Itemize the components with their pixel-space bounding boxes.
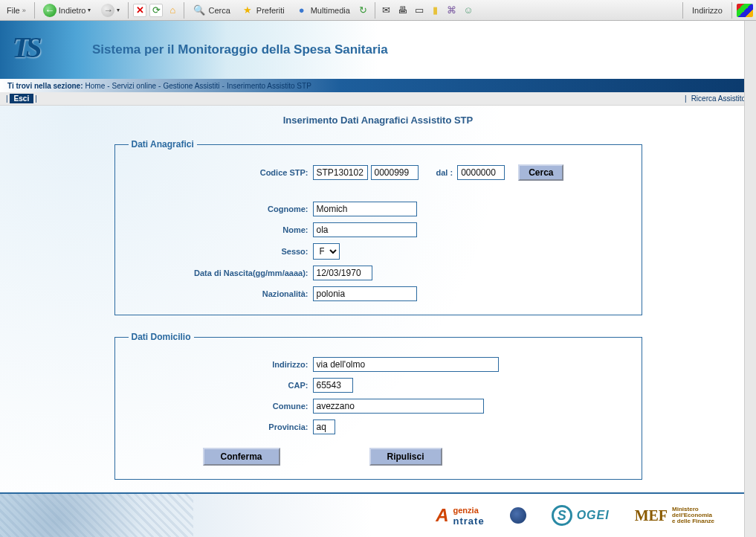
main-content: Inserimento Dati Anagrafici Assistito ST…	[0, 106, 756, 492]
ripulisci-button[interactable]: Ripulisci	[369, 448, 442, 466]
search-button[interactable]: 🔍 Cerca	[189, 1, 233, 19]
ts-logo: TS	[6, 27, 71, 73]
search-icon: 🔍	[193, 4, 206, 17]
breadcrumb-item[interactable]: Home	[83, 82, 108, 90]
ae-line2: ntrate	[453, 515, 485, 527]
legend-anagrafici: Dati Anagrafici	[129, 139, 197, 149]
chevron-right-icon: »	[22, 7, 26, 14]
mef-sub3: e delle Finanze	[672, 518, 714, 524]
toolbar-separator	[34, 2, 35, 19]
mef-text: MEF	[635, 507, 668, 524]
input-nome[interactable]	[313, 222, 417, 237]
breadcrumb-prefix: Ti trovi nella sezione:	[7, 82, 83, 90]
cerca-button[interactable]: Cerca	[518, 164, 563, 181]
home-icon[interactable]: ⌂	[166, 4, 179, 17]
ae-icon: A	[436, 505, 448, 526]
toolbar-separator	[375, 2, 375, 19]
input-comune[interactable]	[313, 399, 484, 414]
toolbar-separator	[682, 2, 683, 19]
messenger-icon[interactable]: ☺	[462, 4, 475, 17]
refresh-icon[interactable]: ⟳	[149, 4, 163, 17]
sogei-logo: S OGEI	[552, 505, 610, 526]
sogei-text: OGEI	[577, 509, 610, 522]
label-nazionalita: Nazionalità:	[129, 289, 313, 298]
sogei-icon: S	[552, 505, 572, 526]
label-provincia: Provincia:	[129, 422, 313, 431]
label-cap: CAP:	[129, 381, 313, 390]
label-dal: dal :	[436, 168, 453, 177]
conferma-button[interactable]: Conferma	[203, 448, 280, 466]
sub-bar: | Esci | | Ricerca Assistito	[0, 92, 756, 106]
label-cognome: Cognome:	[129, 205, 313, 213]
windows-flag-icon[interactable]	[737, 4, 753, 17]
agenzia-entrate-logo: A genzia ntrate	[436, 505, 484, 527]
forward-button[interactable]: → ▾	[97, 1, 123, 19]
breadcrumb: Ti trovi nella sezione: Home - Servizi o…	[0, 79, 756, 92]
ricerca-assistito-link[interactable]: Ricerca Assistito	[687, 94, 750, 103]
edit-icon[interactable]: ▭	[413, 4, 426, 17]
app-title: Sistema per il Monitoraggio della Spesa …	[92, 42, 388, 57]
star-icon: ★	[241, 4, 254, 17]
breadcrumb-item[interactable]: Gestione Assistiti	[161, 82, 222, 90]
back-button[interactable]: ← Indietro ▾	[39, 1, 95, 19]
back-label: Indietro	[59, 6, 86, 15]
footer: A genzia ntrate S OGEI MEF Ministero del…	[0, 492, 744, 537]
label-codice-stp: Codice STP:	[129, 168, 313, 177]
logout-button[interactable]: Esci	[10, 94, 34, 103]
toolbar-separator	[184, 2, 184, 19]
ts-logo-glyph: TS	[12, 30, 65, 70]
address-label: Indirizzo	[688, 4, 727, 16]
toolbar-separator	[731, 2, 732, 19]
input-nazionalita[interactable]	[313, 286, 417, 301]
mail-icon[interactable]: ✉	[380, 4, 393, 17]
footer-decoration	[0, 494, 193, 537]
arrow-right-icon: →	[101, 4, 114, 17]
stop-icon[interactable]: ✕	[133, 4, 146, 17]
browser-toolbar: File » ← Indietro ▾ → ▾ ✕ ⟳ ⌂ 🔍 Cerca ★ …	[0, 0, 756, 21]
input-cognome[interactable]	[313, 202, 417, 216]
input-stp-part1[interactable]	[313, 165, 368, 180]
mef-logo: MEF Ministero dell'Economia e delle Fina…	[635, 507, 714, 524]
multimedia-label: Multimedia	[311, 6, 350, 15]
input-indirizzo[interactable]	[313, 357, 499, 372]
app-header: TS Sistema per il Monitoraggio della Spe…	[0, 21, 756, 79]
chevron-down-icon: ▾	[117, 7, 120, 13]
input-data-nascita[interactable]	[313, 266, 372, 280]
toolbar-separator	[128, 2, 129, 19]
label-comune: Comune:	[129, 402, 313, 411]
history-icon[interactable]: ↻	[357, 4, 370, 17]
file-menu[interactable]: File »	[3, 4, 30, 17]
favorites-button[interactable]: ★ Preferiti	[237, 1, 288, 19]
arrow-left-icon: ←	[43, 4, 56, 17]
label-nome: Nome:	[129, 225, 313, 234]
favorites-label: Preferiti	[256, 6, 285, 15]
page-title: Inserimento Dati Anagrafici Assistito ST…	[6, 115, 750, 126]
chevron-down-icon: ▾	[88, 7, 91, 13]
fieldset-domicilio: Dati Domicilio Indirizzo: CAP: Comune: P…	[114, 332, 642, 480]
vertical-scrollbar[interactable]	[744, 21, 756, 537]
multimedia-button[interactable]: ● Multimedia	[291, 1, 354, 19]
print-icon[interactable]: 🖶	[396, 4, 410, 17]
note-icon[interactable]: ▮	[429, 4, 442, 17]
label-sesso: Sesso:	[129, 247, 313, 256]
label-data-nascita: Data di Nascita(gg/mm/aaaa):	[129, 268, 313, 277]
select-sesso[interactable]: F	[313, 243, 340, 260]
legend-domicilio: Dati Domicilio	[129, 332, 194, 342]
search-label: Cerca	[208, 6, 230, 15]
globe-icon: ●	[295, 4, 308, 17]
discuss-icon[interactable]: ⌘	[445, 4, 459, 17]
fieldset-anagrafici: Dati Anagrafici Codice STP: dal : Cerca …	[114, 139, 642, 315]
state-emblem-icon	[510, 507, 526, 524]
input-dal[interactable]	[457, 165, 505, 180]
divider: |	[33, 94, 37, 103]
breadcrumb-item[interactable]: Servizi online	[110, 82, 158, 90]
label-indirizzo: Indirizzo:	[129, 360, 313, 369]
input-cap[interactable]	[313, 378, 353, 393]
input-provincia[interactable]	[313, 419, 335, 434]
file-menu-label: File	[7, 6, 20, 15]
breadcrumb-item[interactable]: Inserimento Assistito STP	[224, 82, 314, 90]
ae-line1: genzia	[453, 506, 479, 515]
input-stp-part2[interactable]	[371, 165, 419, 180]
